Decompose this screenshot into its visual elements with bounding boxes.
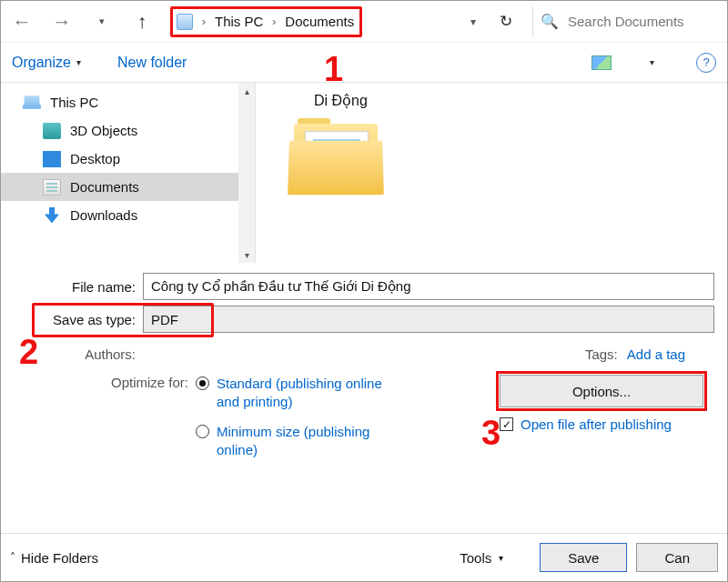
chevron-right-icon: › bbox=[270, 15, 278, 28]
forward-button[interactable]: → bbox=[45, 6, 79, 37]
dialog-footer: ˄ Hide Folders Tools▾ Save Can bbox=[1, 533, 727, 581]
recent-dropdown[interactable]: ▾ bbox=[85, 6, 119, 37]
options-button[interactable]: Options... bbox=[500, 375, 703, 407]
location-icon bbox=[177, 14, 193, 30]
folder-icon[interactable] bbox=[288, 118, 389, 200]
search-icon: 🔍 bbox=[541, 13, 559, 30]
view-options-icon[interactable] bbox=[592, 55, 612, 70]
radio-minimum[interactable]: Minimum size (publishing online) bbox=[196, 423, 389, 458]
tools-menu[interactable]: Tools▾ bbox=[460, 550, 503, 566]
documents-icon bbox=[43, 179, 61, 196]
folder-content[interactable]: Di Động bbox=[256, 83, 727, 263]
back-button[interactable]: ← bbox=[5, 6, 39, 37]
tags-field[interactable]: Add a tag bbox=[627, 346, 685, 362]
annotation-3: 3 bbox=[481, 414, 500, 453]
new-folder-button[interactable]: New folder bbox=[117, 55, 187, 71]
scroll-up-icon[interactable]: ▴ bbox=[238, 83, 255, 99]
radio-standard[interactable]: Standard (publishing online and printing… bbox=[196, 375, 389, 410]
downloads-icon bbox=[43, 207, 61, 224]
cancel-button[interactable]: Can bbox=[636, 543, 718, 572]
save-button[interactable]: Save bbox=[540, 543, 627, 572]
3d-objects-icon bbox=[43, 123, 61, 139]
open-after-label: Open file after publishing bbox=[521, 416, 672, 432]
open-after-checkbox[interactable]: ✓ bbox=[500, 417, 513, 431]
tree-this-pc[interactable]: This PC bbox=[1, 88, 255, 116]
save-form: File name: Công ty Cổ phần Đầu tư Thế Gi… bbox=[1, 263, 727, 458]
tree-scrollbar[interactable]: ▴ ▾ bbox=[238, 83, 255, 263]
organize-menu[interactable]: Organize▾ bbox=[12, 55, 81, 71]
radio-dot-off-icon bbox=[196, 425, 209, 438]
breadcrumb-pc[interactable]: This PC bbox=[215, 14, 263, 29]
tags-label: Tags: bbox=[585, 346, 618, 362]
folder-label: Di Động bbox=[314, 92, 716, 109]
refresh-button[interactable]: ↻ bbox=[490, 6, 521, 37]
save-type-dropdown[interactable]: PDF bbox=[143, 306, 714, 333]
chevron-up-icon: ˄ bbox=[10, 551, 15, 564]
chevron-right-icon: › bbox=[200, 15, 207, 28]
optimize-label: Optimize for: bbox=[14, 375, 196, 458]
address-bar[interactable]: › This PC › Documents bbox=[170, 6, 362, 37]
toolbar: Organize▾ New folder ▾ ? bbox=[1, 43, 727, 83]
annotation-2: 2 bbox=[19, 333, 38, 372]
hide-folders-toggle[interactable]: ˄ Hide Folders bbox=[10, 550, 98, 566]
tree-downloads[interactable]: Downloads bbox=[1, 201, 255, 229]
search-placeholder: Search Documents bbox=[568, 14, 684, 29]
up-button[interactable]: ↑ bbox=[125, 6, 159, 37]
tree-3d-objects[interactable]: 3D Objects bbox=[1, 116, 255, 145]
tree-documents[interactable]: Documents bbox=[1, 173, 255, 201]
save-type-label: Save as type: bbox=[14, 312, 143, 327]
tree-desktop[interactable]: Desktop bbox=[1, 145, 255, 173]
radio-dot-on-icon bbox=[196, 376, 209, 390]
filename-input[interactable]: Công ty Cổ phần Đầu tư Thế Giới Di Động bbox=[143, 273, 714, 300]
help-icon[interactable]: ? bbox=[696, 53, 716, 73]
pc-icon bbox=[23, 95, 41, 111]
annotation-1: 1 bbox=[324, 50, 343, 89]
scroll-down-icon[interactable]: ▾ bbox=[238, 246, 255, 263]
search-input[interactable]: 🔍 Search Documents bbox=[532, 6, 723, 37]
folder-tree: This PC 3D Objects Desktop Documents Dow… bbox=[1, 83, 256, 263]
desktop-icon bbox=[43, 151, 61, 167]
address-dropdown[interactable]: ▾ bbox=[461, 6, 485, 37]
filename-label: File name: bbox=[14, 279, 143, 295]
navigation-bar: ← → ▾ ↑ › This PC › Documents ▾ ↻ 🔍 Sear… bbox=[1, 1, 727, 43]
breadcrumb-documents[interactable]: Documents bbox=[285, 14, 354, 29]
